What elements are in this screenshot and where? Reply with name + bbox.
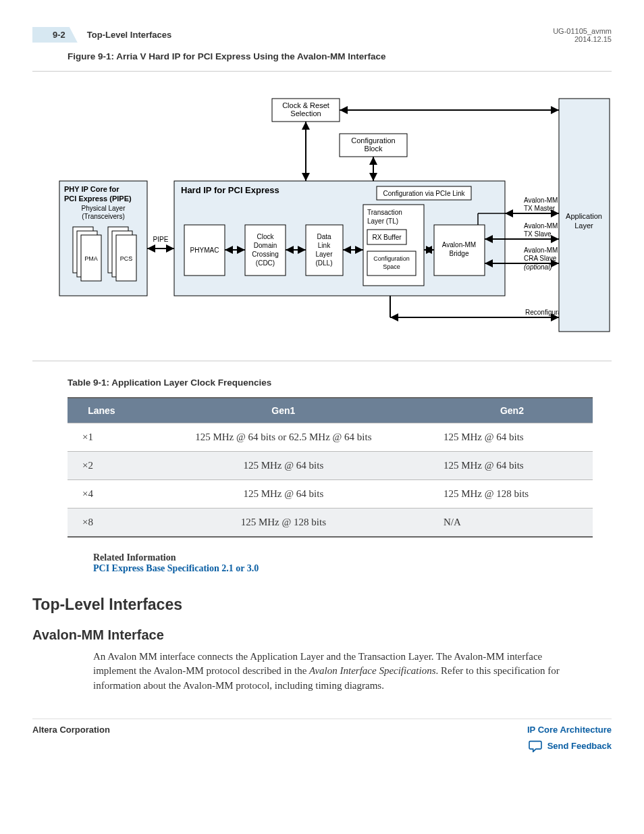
- body-paragraph: An Avalon MM interface connects the Appl…: [93, 650, 579, 693]
- bridge-l2: Bridge: [450, 250, 469, 257]
- table-row: ×8 125 MHz @ 128 bits N/A: [68, 509, 593, 538]
- clock-freq-table: Lanes Gen1 Gen2 ×1 125 MHz @ 64 bits or …: [68, 397, 593, 538]
- cfgspace-l1: Configuration: [373, 255, 410, 262]
- block-rxbuffer: RX Buffer: [372, 234, 402, 241]
- th-gen2: Gen2: [431, 398, 593, 423]
- block-phymac: PHYMAC: [190, 246, 219, 254]
- feedback-icon[interactable]: [529, 740, 542, 752]
- dll-l3: Layer: [315, 251, 333, 258]
- txs-l2: TX Slave: [524, 230, 552, 238]
- txm-l2: TX Master: [524, 205, 556, 212]
- cdc-l1: Clock: [257, 233, 274, 240]
- block-pcs: PCS: [120, 255, 133, 262]
- cdc-l4: (CDC): [256, 259, 275, 267]
- cell-gen2: 125 MHz @ 64 bits: [431, 423, 593, 452]
- cell-lanes: ×2: [68, 452, 136, 480]
- table-row: ×4 125 MHz @ 64 bits 125 MHz @ 128 bits: [68, 480, 593, 509]
- th-lanes: Lanes: [68, 398, 136, 423]
- table-header-row: Lanes Gen1 Gen2: [68, 398, 593, 423]
- body-text-em: Avalon Interface Specifications: [309, 665, 435, 676]
- link-pcie-spec[interactable]: PCI Express Base Specification 2.1 or 3.…: [93, 563, 612, 574]
- app-l2: Layer: [574, 221, 593, 230]
- th-gen1: Gen1: [136, 398, 431, 423]
- related-info-label: Related Information: [93, 552, 612, 563]
- block-config-via-link: Configuration via PCIe Link: [383, 190, 465, 197]
- cfgspace-l2: Space: [383, 263, 400, 270]
- tl-l1: Transaction: [367, 209, 402, 216]
- block-diagram: Clock & ResetSelection ConfigurationBloc…: [32, 71, 612, 361]
- cdc-l2: Domain: [254, 242, 277, 249]
- cell-gen1: 125 MHz @ 128 bits: [136, 509, 431, 538]
- page-header: 9-2 Top-Level Interfaces UG-01105_avmm 2…: [32, 27, 612, 43]
- cra-l2: CRA Slave: [524, 255, 557, 262]
- cell-gen1: 125 MHz @ 64 bits: [136, 452, 431, 480]
- heading-avalon-mm-interface: Avalon-MM Interface: [32, 627, 612, 643]
- cell-gen1: 125 MHz @ 64 bits or 62.5 MHz @ 64 bits: [136, 423, 431, 452]
- txs-l1: Avalon-MM: [524, 222, 558, 230]
- cell-gen1: 125 MHz @ 64 bits: [136, 480, 431, 509]
- table-row: ×1 125 MHz @ 64 bits or 62.5 MHz @ 64 bi…: [68, 423, 593, 452]
- phy-sub1: Physical Layer: [81, 205, 126, 212]
- cell-lanes: ×8: [68, 509, 136, 538]
- cell-gen2: 125 MHz @ 64 bits: [431, 452, 593, 480]
- table-caption: Table 9-1: Application Layer Clock Frequ…: [68, 377, 612, 388]
- cell-lanes: ×4: [68, 480, 136, 509]
- doc-date: 2014.12.15: [553, 35, 612, 43]
- phy-title-1: PHY IP Core for: [64, 185, 119, 193]
- dll-l2: Link: [318, 242, 331, 249]
- app-l1: Application: [566, 212, 602, 220]
- link-send-feedback[interactable]: Send Feedback: [547, 741, 612, 751]
- cell-lanes: ×1: [68, 423, 136, 452]
- page-number-chip: 9-2: [32, 27, 78, 43]
- cra-l1: Avalon-MM: [524, 246, 558, 254]
- running-title: Top-Level Interfaces: [87, 30, 171, 40]
- doc-id: UG-01105_avmm: [553, 27, 612, 35]
- table-row: ×2 125 MHz @ 64 bits 125 MHz @ 64 bits: [68, 452, 593, 480]
- cell-gen2: 125 MHz @ 128 bits: [431, 480, 593, 509]
- bridge-l1: Avalon-MM: [442, 241, 476, 249]
- phy-title-2: PCI Express (PIPE): [64, 194, 132, 203]
- cell-gen2: N/A: [431, 509, 593, 538]
- phy-sub2: (Transceivers): [82, 213, 125, 220]
- dll-l4: (DLL): [315, 259, 332, 267]
- tl-l2: Layer (TL): [367, 217, 398, 225]
- link-ip-core-architecture[interactable]: IP Core Architecture: [527, 725, 612, 735]
- figure-caption: Figure 9-1: Arria V Hard IP for PCI Expr…: [68, 51, 612, 61]
- label-pipe: PIPE: [153, 236, 169, 243]
- footer-company: Altera Corporation: [32, 725, 110, 735]
- block-pma: PMA: [84, 255, 98, 262]
- txm-l1: Avalon-MM: [524, 197, 558, 204]
- cra-opt: (optional): [524, 263, 552, 271]
- cdc-l3: Crossing: [252, 251, 278, 258]
- dll-l1: Data: [317, 233, 331, 240]
- heading-top-level-interfaces: Top-Level Interfaces: [32, 596, 612, 614]
- hardip-title: Hard IP for PCI Express: [181, 185, 279, 195]
